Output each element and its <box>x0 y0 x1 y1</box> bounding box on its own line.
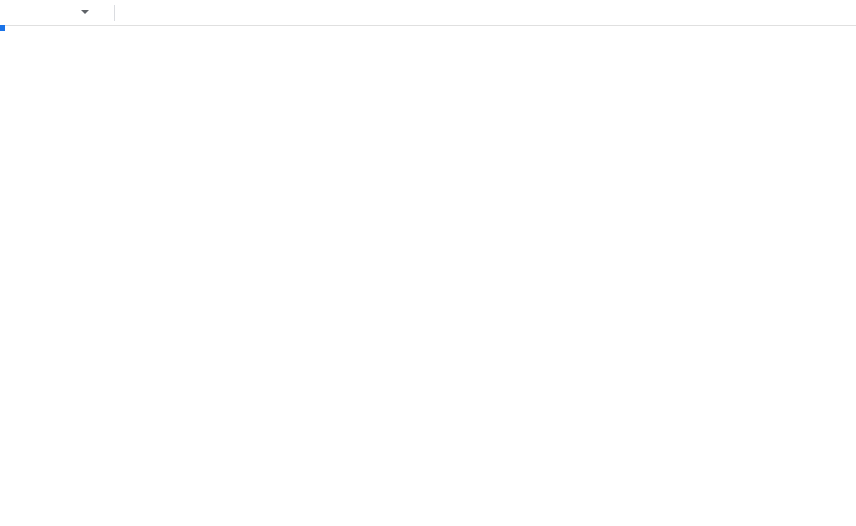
selection-outline <box>0 26 4 30</box>
name-and-formula-bar <box>0 0 856 26</box>
name-box-dropdown[interactable] <box>78 10 92 15</box>
name-box[interactable] <box>8 3 78 23</box>
chevron-down-icon <box>81 10 89 15</box>
formula-input[interactable] <box>121 3 856 23</box>
formula-bar-divider <box>114 5 115 21</box>
